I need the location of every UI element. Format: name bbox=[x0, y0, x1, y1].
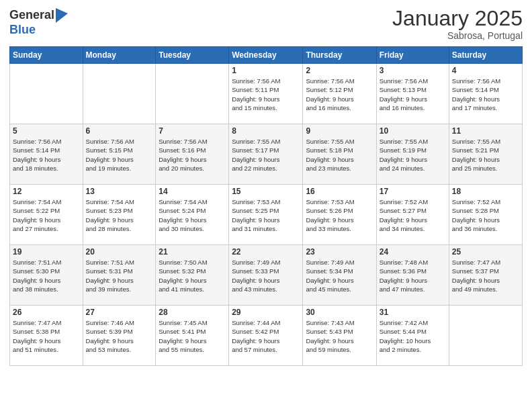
day-number: 6 bbox=[86, 126, 153, 136]
header-wednesday: Wednesday bbox=[229, 47, 303, 64]
day-number: 20 bbox=[86, 247, 153, 257]
title-block: January 2025 Sabrosa, Portugal bbox=[392, 7, 523, 41]
day-number: 9 bbox=[306, 126, 373, 136]
day-number: 21 bbox=[159, 247, 226, 257]
day-number: 1 bbox=[232, 66, 300, 75]
day-number: 16 bbox=[306, 187, 373, 196]
day-info: Sunrise: 7:47 AM Sunset: 5:38 PM Dayligh… bbox=[13, 318, 80, 354]
day-info: Sunrise: 7:51 AM Sunset: 5:30 PM Dayligh… bbox=[13, 258, 80, 293]
day-info: Sunrise: 7:46 AM Sunset: 5:39 PM Dayligh… bbox=[86, 318, 153, 354]
day-number: 4 bbox=[452, 66, 519, 75]
table-row: 14Sunrise: 7:54 AM Sunset: 5:24 PM Dayli… bbox=[156, 185, 229, 245]
day-info: Sunrise: 7:56 AM Sunset: 5:12 PM Dayligh… bbox=[306, 77, 373, 112]
day-number: 2 bbox=[306, 66, 373, 75]
day-number: 17 bbox=[380, 187, 446, 196]
table-row: 9Sunrise: 7:55 AM Sunset: 5:18 PM Daylig… bbox=[303, 124, 376, 185]
day-info: Sunrise: 7:56 AM Sunset: 5:11 PM Dayligh… bbox=[232, 77, 300, 112]
header-thursday: Thursday bbox=[303, 47, 376, 64]
table-row: 16Sunrise: 7:53 AM Sunset: 5:26 PM Dayli… bbox=[303, 185, 376, 245]
table-row: 17Sunrise: 7:52 AM Sunset: 5:27 PM Dayli… bbox=[376, 185, 449, 245]
day-number: 29 bbox=[232, 308, 300, 317]
day-info: Sunrise: 7:42 AM Sunset: 5:44 PM Dayligh… bbox=[380, 318, 446, 354]
day-number: 27 bbox=[86, 308, 153, 317]
week-row-1: 1Sunrise: 7:56 AM Sunset: 5:11 PM Daylig… bbox=[10, 64, 523, 124]
week-row-4: 19Sunrise: 7:51 AM Sunset: 5:30 PM Dayli… bbox=[10, 245, 523, 306]
day-info: Sunrise: 7:50 AM Sunset: 5:32 PM Dayligh… bbox=[159, 258, 226, 293]
day-number: 5 bbox=[13, 126, 80, 136]
table-row: 3Sunrise: 7:56 AM Sunset: 5:13 PM Daylig… bbox=[376, 64, 449, 124]
header-monday: Monday bbox=[83, 47, 156, 64]
day-info: Sunrise: 7:52 AM Sunset: 5:27 PM Dayligh… bbox=[380, 197, 446, 233]
day-info: Sunrise: 7:53 AM Sunset: 5:25 PM Dayligh… bbox=[232, 197, 300, 233]
table-row: 27Sunrise: 7:46 AM Sunset: 5:39 PM Dayli… bbox=[83, 306, 156, 366]
day-number: 24 bbox=[380, 247, 446, 257]
day-number: 10 bbox=[380, 126, 446, 136]
day-number: 30 bbox=[306, 308, 373, 317]
day-info: Sunrise: 7:55 AM Sunset: 5:19 PM Dayligh… bbox=[380, 137, 446, 173]
table-row: 13Sunrise: 7:54 AM Sunset: 5:23 PM Dayli… bbox=[83, 185, 156, 245]
day-info: Sunrise: 7:54 AM Sunset: 5:23 PM Dayligh… bbox=[86, 197, 153, 233]
day-info: Sunrise: 7:44 AM Sunset: 5:42 PM Dayligh… bbox=[232, 318, 300, 354]
table-row: 23Sunrise: 7:49 AM Sunset: 5:34 PM Dayli… bbox=[303, 245, 376, 306]
table-row bbox=[83, 64, 156, 124]
table-row: 4Sunrise: 7:56 AM Sunset: 5:14 PM Daylig… bbox=[449, 64, 522, 124]
logo: General Blue bbox=[9, 7, 68, 37]
table-row: 24Sunrise: 7:48 AM Sunset: 5:36 PM Dayli… bbox=[376, 245, 449, 306]
day-number: 11 bbox=[452, 126, 519, 136]
day-number: 8 bbox=[232, 126, 300, 136]
svg-marker-0 bbox=[56, 8, 68, 23]
day-number: 23 bbox=[306, 247, 373, 257]
week-row-3: 12Sunrise: 7:54 AM Sunset: 5:22 PM Dayli… bbox=[10, 185, 523, 245]
table-row: 21Sunrise: 7:50 AM Sunset: 5:32 PM Dayli… bbox=[156, 245, 229, 306]
header-sunday: Sunday bbox=[10, 47, 83, 64]
day-info: Sunrise: 7:43 AM Sunset: 5:43 PM Dayligh… bbox=[306, 318, 373, 354]
day-info: Sunrise: 7:52 AM Sunset: 5:28 PM Dayligh… bbox=[452, 197, 519, 233]
table-row: 1Sunrise: 7:56 AM Sunset: 5:11 PM Daylig… bbox=[229, 64, 303, 124]
month-title: January 2025 bbox=[392, 7, 523, 30]
day-info: Sunrise: 7:55 AM Sunset: 5:18 PM Dayligh… bbox=[306, 137, 373, 173]
table-row: 19Sunrise: 7:51 AM Sunset: 5:30 PM Dayli… bbox=[10, 245, 83, 306]
day-info: Sunrise: 7:51 AM Sunset: 5:31 PM Dayligh… bbox=[86, 258, 153, 293]
table-row bbox=[156, 64, 229, 124]
day-info: Sunrise: 7:49 AM Sunset: 5:34 PM Dayligh… bbox=[306, 258, 373, 293]
table-row bbox=[449, 306, 522, 366]
day-number: 13 bbox=[86, 187, 153, 196]
weekday-header-row: Sunday Monday Tuesday Wednesday Thursday… bbox=[10, 47, 523, 64]
table-row: 29Sunrise: 7:44 AM Sunset: 5:42 PM Dayli… bbox=[229, 306, 303, 366]
table-row: 28Sunrise: 7:45 AM Sunset: 5:41 PM Dayli… bbox=[156, 306, 229, 366]
table-row: 30Sunrise: 7:43 AM Sunset: 5:43 PM Dayli… bbox=[303, 306, 376, 366]
table-row: 10Sunrise: 7:55 AM Sunset: 5:19 PM Dayli… bbox=[376, 124, 449, 185]
day-info: Sunrise: 7:49 AM Sunset: 5:33 PM Dayligh… bbox=[232, 258, 300, 293]
table-row: 11Sunrise: 7:55 AM Sunset: 5:21 PM Dayli… bbox=[449, 124, 522, 185]
logo-general-text: General bbox=[9, 8, 54, 22]
table-row: 25Sunrise: 7:47 AM Sunset: 5:37 PM Dayli… bbox=[449, 245, 522, 306]
day-info: Sunrise: 7:53 AM Sunset: 5:26 PM Dayligh… bbox=[306, 197, 373, 233]
day-number: 15 bbox=[232, 187, 300, 196]
header-friday: Friday bbox=[376, 47, 449, 64]
day-number: 28 bbox=[159, 308, 226, 317]
header-saturday: Saturday bbox=[449, 47, 522, 64]
day-info: Sunrise: 7:55 AM Sunset: 5:21 PM Dayligh… bbox=[452, 137, 519, 173]
day-number: 25 bbox=[452, 247, 519, 257]
table-row: 8Sunrise: 7:55 AM Sunset: 5:17 PM Daylig… bbox=[229, 124, 303, 185]
day-info: Sunrise: 7:56 AM Sunset: 5:15 PM Dayligh… bbox=[86, 137, 153, 173]
table-row: 5Sunrise: 7:56 AM Sunset: 5:14 PM Daylig… bbox=[10, 124, 83, 185]
day-info: Sunrise: 7:48 AM Sunset: 5:36 PM Dayligh… bbox=[380, 258, 446, 293]
day-info: Sunrise: 7:55 AM Sunset: 5:17 PM Dayligh… bbox=[232, 137, 300, 173]
day-number: 22 bbox=[232, 247, 300, 257]
day-info: Sunrise: 7:56 AM Sunset: 5:16 PM Dayligh… bbox=[159, 137, 226, 173]
day-info: Sunrise: 7:56 AM Sunset: 5:14 PM Dayligh… bbox=[13, 137, 80, 173]
day-number: 31 bbox=[380, 308, 446, 317]
day-info: Sunrise: 7:45 AM Sunset: 5:41 PM Dayligh… bbox=[159, 318, 226, 354]
calendar: Sunday Monday Tuesday Wednesday Thursday… bbox=[9, 46, 523, 366]
table-row: 7Sunrise: 7:56 AM Sunset: 5:16 PM Daylig… bbox=[156, 124, 229, 185]
table-row: 12Sunrise: 7:54 AM Sunset: 5:22 PM Dayli… bbox=[10, 185, 83, 245]
week-row-2: 5Sunrise: 7:56 AM Sunset: 5:14 PM Daylig… bbox=[10, 124, 523, 185]
day-number: 12 bbox=[13, 187, 80, 196]
day-number: 26 bbox=[13, 308, 80, 317]
day-info: Sunrise: 7:54 AM Sunset: 5:24 PM Dayligh… bbox=[159, 197, 226, 233]
day-info: Sunrise: 7:56 AM Sunset: 5:13 PM Dayligh… bbox=[380, 77, 446, 112]
table-row: 26Sunrise: 7:47 AM Sunset: 5:38 PM Dayli… bbox=[10, 306, 83, 366]
day-number: 19 bbox=[13, 247, 80, 257]
table-row bbox=[10, 64, 83, 124]
